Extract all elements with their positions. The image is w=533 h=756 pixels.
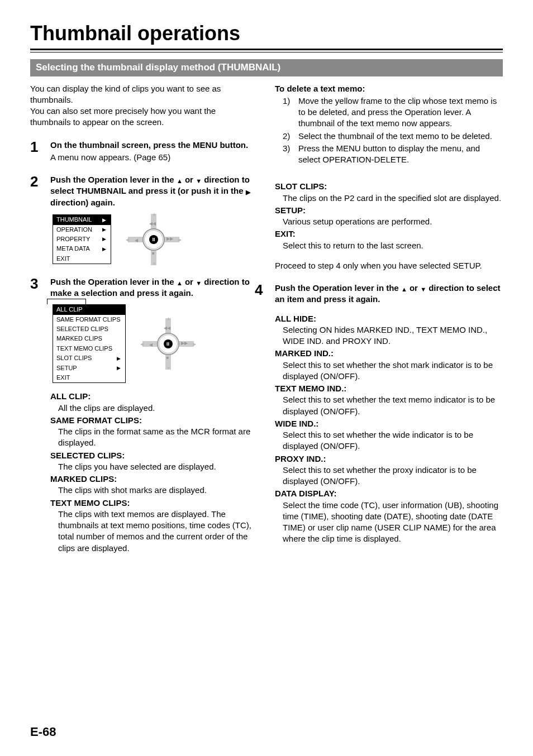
def-term: MARKED CLIPS: <box>50 473 258 485</box>
def-term: SELECTED CLIPS: <box>50 450 258 461</box>
def-desc: Select the time code (TC), user informat… <box>283 500 503 545</box>
def-desc: Select this to return to the last screen… <box>283 240 503 251</box>
def-desc: Selecting ON hides MARKED IND., TEXT MEM… <box>283 324 503 347</box>
def-desc: Select this to set whether the proxy ind… <box>283 465 503 487</box>
section-heading: Selecting the thumbnail display method (… <box>30 59 503 76</box>
menu-thumbnail: THUMBNAIL▶OPERATION▶PROPERTY▶META DATA▶E… <box>53 214 111 264</box>
menu-item: META DATA▶ <box>53 244 111 253</box>
step-3-figure: ALL CLIPSAME FORMAT CLIPSSELECTED CLIPSM… <box>53 304 258 383</box>
joystick-icon: ▲▼ ◀▶ ◀◀■ ◀▶▶ II <box>142 318 194 370</box>
delete-step-number: 2) <box>283 131 294 142</box>
step-2-text-d: direction) again. <box>50 198 115 207</box>
rule-thick <box>30 49 503 50</box>
menu-item: OPERATION▶ <box>53 225 111 235</box>
menu-item: TEXT MEMO CLIPS <box>53 344 125 353</box>
submenu-arrow-icon: ▶ <box>102 226 106 233</box>
submenu-arrow-icon: ▶ <box>102 217 106 224</box>
intro-line-2: You can also set more precisely how you … <box>30 106 258 128</box>
step-3-text-a: Push the Operation lever in the <box>50 277 177 286</box>
menu-item: PROPERTY▶ <box>53 235 111 244</box>
def-desc: The clips with shot marks are displayed. <box>58 485 258 496</box>
step-1-bold: On the thumbnail screen, press the MENU … <box>50 140 258 151</box>
def-term: MARKED IND.: <box>275 348 503 359</box>
def-term: DATA DISPLAY: <box>275 488 503 499</box>
down-triangle-icon: ▼ <box>196 279 202 288</box>
step-4-bold: Push the Operation lever in the ▲ or ▼ d… <box>275 283 503 305</box>
delete-step-text: Move the yellow frame to the clip whose … <box>298 95 503 130</box>
def-desc: The clips with text memos are displayed.… <box>58 509 258 554</box>
def-desc: The clips you have selected are displaye… <box>58 461 258 472</box>
step-1-body: A menu now appears. (Page 65) <box>50 152 258 163</box>
step-3-bold: Push the Operation lever in the ▲ or ▼ d… <box>50 276 258 299</box>
delete-step-text: Select the thumbnail of the text memo to… <box>298 131 492 142</box>
page-title: Thumbnail operations <box>30 20 503 47</box>
up-triangle-icon: ▲ <box>401 285 407 294</box>
submenu-arrow-icon: ▶ <box>117 355 121 362</box>
delete-step: 1)Move the yellow frame to the clip whos… <box>283 95 503 130</box>
menu-item: SETUP▶ <box>53 363 125 373</box>
def-term: TEXT MEMO CLIPS: <box>50 497 258 509</box>
menu-item: THUMBNAIL▶ <box>53 215 111 224</box>
def-desc: Select this to set whether the wide indi… <box>283 429 503 452</box>
step-2: 2 Push the Operation lever in the ▲ or ▼… <box>30 173 258 208</box>
def-term: SAME FORMAT CLIPS: <box>50 415 258 426</box>
menu-item: ALL CLIP <box>53 305 125 314</box>
submenu-arrow-icon: ▶ <box>102 236 106 243</box>
right-column: To delete a text memo: 1)Move the yellow… <box>275 83 503 555</box>
def-desc: The clips on the P2 card in the specifie… <box>283 193 503 204</box>
step-3-text-b: or <box>183 277 196 286</box>
menu-item: SAME FORMAT CLIPS <box>53 315 125 324</box>
down-triangle-icon: ▼ <box>420 285 426 294</box>
menu-tab-decoration <box>47 299 86 304</box>
delete-step: 3)Press the MENU button to display the m… <box>283 143 503 166</box>
delete-memo-heading: To delete a text memo: <box>275 83 503 94</box>
def-term: WIDE IND.: <box>275 418 503 429</box>
intro-line-1: You can display the kind of clips you wa… <box>30 83 258 106</box>
menu-allclip: ALL CLIPSAME FORMAT CLIPSSELECTED CLIPSM… <box>53 304 126 383</box>
menu-item: SLOT CLIPS▶ <box>53 353 125 363</box>
rule-thin <box>30 52 503 52</box>
step-2-bold: Push the Operation lever in the ▲ or ▼ d… <box>50 174 258 208</box>
menu-item: SELECTED CLIPS <box>53 324 125 334</box>
slot-setup-exit-defs: SLOT CLIPS:The clips on the P2 card in t… <box>275 181 503 251</box>
step-4-text-a: Push the Operation lever in the <box>275 283 401 293</box>
down-triangle-icon: ▼ <box>196 177 202 185</box>
submenu-arrow-icon: ▶ <box>117 365 121 372</box>
step-2-figure: THUMBNAIL▶OPERATION▶PROPERTY▶META DATA▶E… <box>53 214 258 265</box>
joystick-icon: ▲▼ ◀▶ ◀◀■ ◀▶▶ II <box>128 214 179 265</box>
def-term: SLOT CLIPS: <box>275 181 503 192</box>
def-term: PROXY IND.: <box>275 453 503 465</box>
def-desc: Various setup operations are performed. <box>283 216 503 227</box>
up-triangle-icon: ▲ <box>177 177 183 185</box>
step-3-number: 3 <box>30 275 50 299</box>
def-term: ALL HIDE: <box>275 313 503 324</box>
step-4-indicator-defs: ALL HIDE:Selecting ON hides MARKED IND.,… <box>275 313 503 545</box>
def-desc: The clips in the format same as the MCR … <box>58 426 258 449</box>
def-term: TEXT MEMO IND.: <box>275 383 503 394</box>
menu-item: EXIT <box>53 373 125 382</box>
def-term: ALL CLIP: <box>50 391 258 402</box>
menu-item: EXIT <box>53 254 111 264</box>
step-4: 4 Push the Operation lever in the ▲ or ▼… <box>255 281 503 546</box>
step-2-text-b: or <box>183 175 196 184</box>
step-3: 3 Push the Operation lever in the ▲ or ▼… <box>30 275 258 299</box>
def-desc: Select this to set whether the shot mark… <box>283 360 503 382</box>
left-column: You can display the kind of clips you wa… <box>30 83 258 555</box>
submenu-arrow-icon: ▶ <box>102 246 106 253</box>
def-desc: Select this to set whether the text memo… <box>283 394 503 417</box>
clip-type-definitions: ALL CLIP:All the clips are displayed.SAM… <box>50 391 258 554</box>
proceed-note: Proceed to step 4 only when you have sel… <box>275 260 503 271</box>
delete-step: 2)Select the thumbnail of the text memo … <box>283 131 503 142</box>
menu-item: MARKED CLIPS <box>53 334 125 343</box>
delete-step-text: Press the MENU button to display the men… <box>298 143 503 166</box>
def-term: SETUP: <box>275 205 503 216</box>
up-triangle-icon: ▲ <box>177 279 183 288</box>
step-1: 1 On the thumbnail screen, press the MEN… <box>30 138 258 164</box>
step-2-number: 2 <box>30 173 50 208</box>
def-desc: All the clips are displayed. <box>58 403 258 414</box>
step-4-text-b: or <box>407 283 420 293</box>
delete-step-number: 3) <box>283 143 294 166</box>
delete-memo-steps: 1)Move the yellow frame to the clip whos… <box>283 95 503 166</box>
intro-block: You can display the kind of clips you wa… <box>30 83 258 128</box>
delete-step-number: 1) <box>283 95 294 130</box>
